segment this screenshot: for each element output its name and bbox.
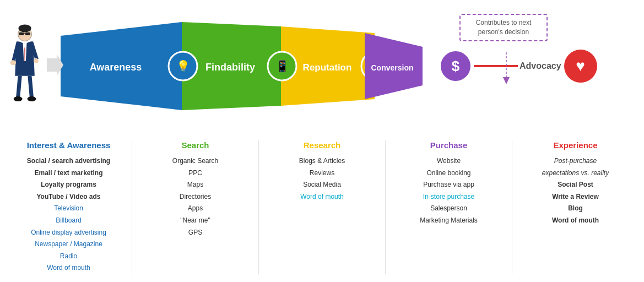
col-interest-awareness: Interest & Awareness Social / search adv… (6, 140, 132, 274)
svg-text:Findability: Findability (205, 62, 255, 73)
svg-text:💡: 💡 (176, 59, 190, 73)
col-item: Blogs & Articles (263, 155, 381, 167)
col-item: Email / text marketing (10, 167, 127, 180)
col-item: GPS (137, 227, 254, 239)
col-experience: Experience Post-purchase expectations vs… (512, 140, 638, 274)
funnel-svg: Awareness Findability Reputation 💡 📱 ✨ (61, 22, 380, 110)
col-item: Word of mouth (10, 262, 127, 274)
svg-rect-2 (25, 32, 30, 35)
svg-text:📱: 📱 (275, 59, 289, 73)
col-item: Television (10, 203, 127, 215)
col-item: Billboard (10, 215, 127, 227)
heart-circle: ♥ (564, 50, 597, 83)
col-item: In-store purchase (390, 191, 507, 203)
col-item: Maps (137, 179, 254, 191)
col-research: Research Blogs & Articles Reviews Social… (259, 140, 386, 274)
svg-text:Reputation: Reputation (303, 62, 352, 73)
svg-text:Conversion: Conversion (371, 63, 413, 72)
svg-marker-9 (47, 54, 63, 76)
entry-arrow (47, 54, 63, 78)
col-item: Reviews (263, 167, 381, 180)
col-title-search: Search (137, 140, 254, 150)
col-item: Newspaper / Magazine (10, 238, 127, 251)
col-item: Social Post (517, 179, 634, 191)
col-item: PPC (137, 167, 254, 180)
col-item: "Near me" (137, 215, 254, 227)
col-item: Loyalty programs (10, 179, 127, 191)
col-item: Blog (517, 203, 634, 215)
col-item: Apps (137, 203, 254, 215)
svg-point-4 (18, 24, 31, 32)
svg-point-5 (10, 60, 16, 65)
col-item: Directories (137, 191, 254, 203)
col-search: Search Organic Search PPC Maps Directori… (132, 140, 259, 274)
svg-point-8 (27, 96, 36, 101)
svg-point-7 (13, 96, 22, 101)
col-purchase: Purchase Website Online booking Purchase… (386, 140, 512, 274)
col-item: Organic Search (137, 155, 254, 167)
data-columns: Interest & Awareness Social / search adv… (6, 138, 638, 274)
col-item: Website (390, 155, 507, 167)
funnel-diagram: Awareness Findability Reputation 💡 📱 ✨ (6, 11, 638, 121)
col-item: Online display advertising (10, 227, 127, 239)
col-item: Write a Review (517, 191, 634, 203)
col-item: Word of mouth (263, 191, 381, 203)
annotation-line (473, 52, 539, 85)
col-item: Radio (10, 251, 127, 263)
col-item: Social Media (263, 179, 381, 191)
col-item: Marketing Materials (390, 215, 507, 227)
col-title-interest-awareness: Interest & Awareness (10, 140, 127, 150)
col-item: YouTube / Video ads (10, 191, 127, 203)
conversion-svg: Conversion (365, 22, 436, 110)
col-item: Online booking (390, 167, 507, 180)
person-figure (6, 22, 44, 110)
annotation-box: Contributes to next person's decision (459, 14, 548, 41)
svg-text:Awareness: Awareness (90, 62, 142, 73)
col-item: Purchase via app (390, 179, 507, 191)
col-item: Salesperson (390, 203, 507, 215)
col-item: Social / search advertising (10, 155, 127, 167)
col-item: Post-purchase (517, 155, 634, 167)
col-item: Word of mouth (517, 215, 634, 227)
col-title-research: Research (263, 140, 381, 150)
svg-marker-26 (503, 77, 510, 84)
svg-point-6 (34, 58, 39, 63)
col-title-experience: Experience (517, 140, 634, 150)
col-title-purchase: Purchase (390, 140, 507, 150)
svg-rect-1 (19, 32, 24, 35)
dollar-circle: $ (439, 50, 472, 83)
col-item: expectations vs. reality (517, 167, 634, 180)
